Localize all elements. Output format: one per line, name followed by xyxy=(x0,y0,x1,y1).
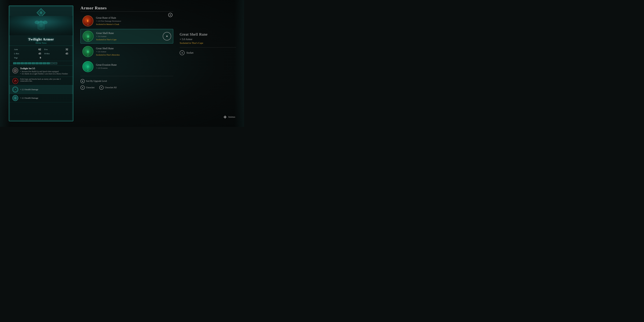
set-icon xyxy=(12,68,18,74)
left-deco xyxy=(0,0,10,127)
unsocket-all-y-circle: Y xyxy=(99,86,104,90)
rune-item-2-info: Great Shell Rune + 5.0 Armor Socketed in… xyxy=(96,32,160,41)
rune-item-1-location: Socketed in Mentor's Cloak xyxy=(96,23,171,26)
sort-control[interactable]: R Sort By Upgrade Level xyxy=(80,79,107,83)
unsocket-controls: X Unsocket Y Unsocket All xyxy=(80,84,173,91)
rune-slot-1[interactable]: + 2.3 Stealth Damage xyxy=(9,85,73,94)
slot-4 xyxy=(24,62,28,64)
lres-label: L-Res xyxy=(14,52,19,55)
rune-item-3-name: Great Shell Rune xyxy=(96,47,171,50)
rune-item-2-bonus: + 5.0 Armor xyxy=(96,35,160,38)
detail-socket-action[interactable]: A Socket xyxy=(180,50,236,55)
animus-cross-icon xyxy=(223,115,227,119)
unsocket-label: Unsocket xyxy=(86,86,94,89)
freki-icon xyxy=(12,78,18,84)
rune-slot-2[interactable]: + 2.3 Stealth Damage xyxy=(9,94,73,102)
unsocket-control[interactable]: X Unsocket xyxy=(80,86,94,90)
rune-item-2-location: Socketed in Thor's Cape xyxy=(96,38,160,41)
card-hero xyxy=(9,16,73,35)
animus-logo: Animus xyxy=(223,115,235,119)
arm-label: Arm xyxy=(14,48,18,51)
rune-slot-2-text: + 2.3 Stealth Damage xyxy=(20,97,38,99)
rune-1-roman: I xyxy=(88,24,88,26)
detail-rune-bonus: + 5.0 Armor xyxy=(180,38,236,41)
sort-r-top-circle: R xyxy=(168,13,172,17)
unsocket-x-circle: X xyxy=(80,86,85,90)
rune-item-2-name: Great Shell Rune xyxy=(96,32,160,34)
slot-3 xyxy=(20,62,24,64)
sort-r-circle: R xyxy=(80,79,85,83)
rune-item-4-icon: I xyxy=(82,61,94,72)
set-bullet-2: Ice shards on a Light Finisher. Lava bur… xyxy=(20,73,70,75)
rune-item-2[interactable]: II Great Shell Rune + 5.0 Armor Socketed… xyxy=(80,29,173,44)
stat-wgt: Wgt 9 xyxy=(14,56,41,60)
upgrade-slots xyxy=(9,61,73,66)
right-deco xyxy=(234,0,244,127)
armor-card: Twilight Armor Divine Torso Arm 62 Eva 3… xyxy=(9,6,73,121)
freki-text: Freki leaps and knocks back an enemy aft… xyxy=(20,78,70,82)
svg-rect-11 xyxy=(224,117,226,117)
unsocket-all-label: Unsocket All xyxy=(105,86,117,89)
rune-slot-1-icon xyxy=(12,86,18,92)
sort-r-top-button[interactable]: R xyxy=(168,13,172,17)
panel-title: Armor Runes xyxy=(80,6,173,10)
card-name: Twilight Armor xyxy=(12,37,70,42)
card-subtitle: Divine Torso xyxy=(12,42,70,44)
slot-5 xyxy=(28,62,31,64)
rune-item-3-info: Great Shell Rune + 5.0 Armor Socketed in… xyxy=(96,47,171,56)
rune-item-3-bonus: + 5.0 Armor xyxy=(96,50,171,53)
rune-item-2-icon: II xyxy=(82,31,94,42)
slot-2 xyxy=(17,62,20,64)
stat-hres: H-Res 43 xyxy=(41,52,68,56)
rune-item-4-name: Great Evasion Rune xyxy=(96,64,171,66)
rune-item-3-icon: I xyxy=(82,46,94,57)
rune-item-3-location: Socketed in Thor's Breeches xyxy=(96,54,171,56)
eva-value: 32 xyxy=(63,48,68,51)
rune-item-4-bonus: + 2.0 Evasion xyxy=(96,67,171,70)
detail-divider xyxy=(180,47,236,48)
svg-point-5 xyxy=(14,69,16,72)
detail-rune-name: Great Shell Rune xyxy=(180,32,236,36)
detail-rune-location: Socketed in Thor's Cape xyxy=(180,42,236,44)
socket-label: Socket xyxy=(186,51,194,54)
rune-item-1[interactable]: I Great Rune of Rain + 2.0 Fire Damage R… xyxy=(80,14,173,28)
rune-item-1-icon: I xyxy=(82,16,94,26)
set-bonus: Twilight Set 5/5 Increase Fire Build-Up … xyxy=(9,66,73,77)
freki-ability: Freki leaps and knocks back an enemy aft… xyxy=(9,77,73,85)
rune-4-roman: I xyxy=(88,69,88,71)
slot-12 xyxy=(54,62,57,64)
stat-eva: Eva 32 xyxy=(41,48,68,51)
unsocket-all-control[interactable]: Y Unsocket All xyxy=(99,86,117,90)
slot-8 xyxy=(39,62,42,64)
detail-panel: Great Shell Rune + 5.0 Armor Socketed in… xyxy=(180,32,236,55)
slot-6 xyxy=(32,62,35,64)
sort-label: Sort By Upgrade Level xyxy=(86,80,107,82)
slot-11 xyxy=(50,62,54,64)
rune-2-roman: II xyxy=(88,39,88,41)
hres-label: H-Res xyxy=(44,52,50,55)
rune-item-3[interactable]: I Great Shell Rune + 5.0 Armor Socketed … xyxy=(80,44,173,58)
slot-7 xyxy=(36,62,39,64)
bottom-controls: R Sort By Upgrade Level xyxy=(80,78,173,84)
svg-point-7 xyxy=(15,80,16,81)
set-bullet-1: Increase Fire Build-Up and Speed when eq… xyxy=(20,70,70,72)
rune-2-dot xyxy=(166,36,168,37)
rune-slot-1-text: + 2.3 Stealth Damage xyxy=(20,88,38,91)
wgt-value: 9 xyxy=(36,56,41,59)
card-title-section: Twilight Armor Divine Torso xyxy=(9,35,73,46)
hres-value: 43 xyxy=(63,52,68,55)
rune-2-indicator xyxy=(163,32,171,40)
rune-item-4[interactable]: I Great Evasion Rune + 2.0 Evasion xyxy=(80,60,173,74)
armor-runes-panel: Armor Runes I Great Rune of Rain + 2.0 F… xyxy=(80,6,173,121)
lres-value: 43 xyxy=(36,52,41,55)
rune-item-4-info: Great Evasion Rune + 2.0 Evasion xyxy=(96,64,171,70)
slot-1 xyxy=(13,62,16,64)
rune-slot-2-icon xyxy=(12,95,18,101)
slot-9 xyxy=(43,62,46,64)
sort-divider xyxy=(80,76,173,76)
socket-a-button[interactable]: A xyxy=(180,50,184,55)
rune-item-1-name: Great Rune of Rain xyxy=(96,16,171,19)
stats-grid: Arm 62 Eva 32 L-Res 43 H-Res 43 Wgt 9 xyxy=(9,46,73,61)
set-text: Twilight Set 5/5 Increase Fire Build-Up … xyxy=(20,67,70,75)
stat-arm: Arm 62 xyxy=(14,48,41,51)
